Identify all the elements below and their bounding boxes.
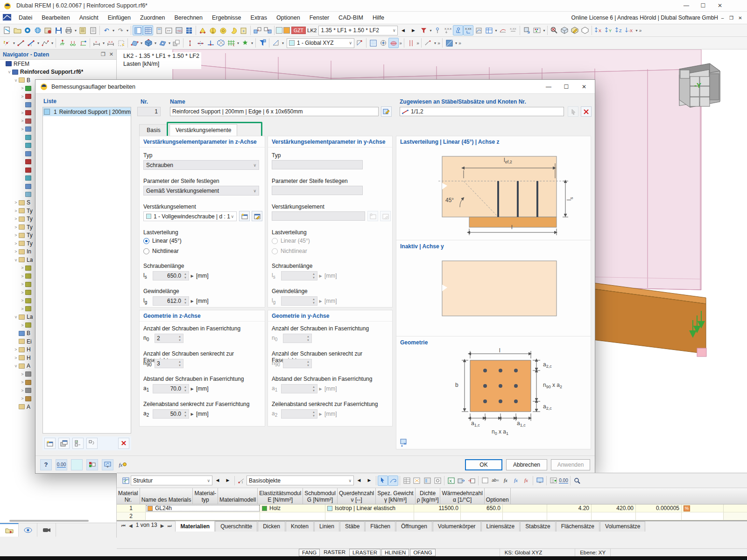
nodes-line-icon[interactable] <box>185 38 195 48</box>
undo-icon[interactable]: ↶ <box>101 25 112 35</box>
minimize-icon[interactable]: — <box>678 0 695 11</box>
toggle-selection-button[interactable] <box>86 438 98 449</box>
maximize-icon[interactable]: ☐ <box>695 0 712 11</box>
print-icon[interactable] <box>63 25 74 35</box>
console-icon[interactable]: >> <box>163 25 174 35</box>
new-support-icon[interactable] <box>57 38 68 48</box>
load-cases-icon[interactable] <box>208 25 218 35</box>
model-settings-icon[interactable] <box>43 25 53 35</box>
z-radio-nonlinear[interactable]: Nichtlinear <box>143 248 179 254</box>
ab-substitute-icon[interactable]: ab= <box>490 476 500 486</box>
new-eccentricity-icon[interactable] <box>78 38 88 48</box>
result-diagram-icon[interactable] <box>473 25 484 35</box>
navigator-toggle-icon[interactable] <box>133 25 143 35</box>
a1-input[interactable]: 70.0▲▼ <box>153 384 189 393</box>
tree-chevron-icon[interactable]: > <box>20 282 25 287</box>
next-table-icon[interactable]: ▶ <box>161 523 164 528</box>
tree-chevron-icon[interactable]: > <box>13 200 19 205</box>
menu-item[interactable]: Einfügen <box>103 13 135 23</box>
new-hinge-icon[interactable] <box>68 38 78 48</box>
navigator-tab-data[interactable] <box>0 523 19 537</box>
a1-param-arrow-icon[interactable]: ▶ <box>189 384 195 393</box>
tree-chevron-icon[interactable]: > <box>20 266 25 270</box>
tree-chevron-icon[interactable]: > <box>20 119 25 123</box>
ls-param-arrow-icon[interactable]: ▶ <box>189 271 195 280</box>
menu-item[interactable]: Extras <box>246 13 272 23</box>
tree-chevron-icon[interactable]: > <box>20 127 25 132</box>
table-group-prev-icon[interactable]: ◀ <box>212 476 223 486</box>
show-results-icon[interactable] <box>453 25 463 35</box>
navigator-close-icon[interactable]: ✕ <box>109 51 113 57</box>
z-new-element-button[interactable] <box>239 211 250 221</box>
apply-button[interactable]: Anwenden <box>551 459 590 470</box>
member-dropdown-icon[interactable]: ▾ <box>36 41 40 45</box>
view-z-icon[interactable]: Z <box>614 25 624 35</box>
tree-chevron-icon[interactable]: > <box>20 290 25 295</box>
sync-view-icon[interactable] <box>388 476 398 486</box>
filter-dropdown-icon[interactable]: ▾ <box>429 28 432 33</box>
transfer-loads2-icon[interactable] <box>262 25 273 35</box>
new-model-icon[interactable] <box>2 25 12 35</box>
table-category-next-icon[interactable]: ▶ <box>364 476 374 486</box>
n0-input[interactable]: 2▲▼ <box>155 334 183 343</box>
new-member-icon[interactable]: I <box>26 38 36 48</box>
assigned-input[interactable]: 1/1,2 <box>400 107 564 116</box>
load-combinations-icon[interactable] <box>218 25 228 35</box>
table-tab[interactable]: Flächen <box>365 521 395 532</box>
table-tab[interactable]: Knoten <box>286 521 314 532</box>
panel-toggle-icon[interactable] <box>153 25 163 35</box>
new-line-icon[interactable] <box>16 38 26 48</box>
grid-settings-icon[interactable] <box>368 38 378 48</box>
menu-item[interactable]: Hilfe <box>368 13 389 23</box>
tree-chevron-icon[interactable]: > <box>20 307 25 311</box>
zoom-cancel-icon[interactable] <box>549 25 559 35</box>
toolbar2-overflow1-icon[interactable]: » <box>399 41 402 46</box>
work-plane-icon[interactable] <box>271 38 281 48</box>
color-scheme-button[interactable] <box>71 459 83 470</box>
table-color-icon[interactable] <box>422 476 432 486</box>
tree-chevron-icon[interactable]: v <box>13 315 19 319</box>
dimension-x-icon[interactable]: X <box>92 38 102 48</box>
grid-dropdown-icon[interactable]: ▾ <box>236 41 240 45</box>
new-opening-icon[interactable] <box>157 38 168 48</box>
cs-manager-icon[interactable] <box>354 38 365 48</box>
tree-item[interactable]: RFEM <box>0 60 116 68</box>
tree-chevron-icon[interactable]: v <box>7 70 12 74</box>
support-list-item[interactable]: 1 Reinforced Support | 200mm | E <box>43 107 131 116</box>
node-dropdown-icon[interactable]: ▾ <box>12 41 16 45</box>
tree-chevron-icon[interactable]: v <box>13 364 19 368</box>
table-header-cell[interactable]: ElastizitätsmodulE [N/mm²] <box>258 488 303 504</box>
mdi-restore-icon[interactable]: ❐ <box>727 14 735 22</box>
first-table-icon[interactable]: ⏮ <box>121 523 126 529</box>
dimension-xx-icon[interactable]: X,X <box>106 38 116 48</box>
delete-item-button[interactable]: ✕ <box>118 438 129 449</box>
new-surface-icon[interactable] <box>129 38 140 48</box>
menu-item[interactable]: Bearbeiten <box>37 13 74 23</box>
intersection-icon[interactable] <box>216 38 226 48</box>
table-header-cell[interactable]: Querdehnzahlν [--] <box>338 488 376 504</box>
toolbar2-overflow2-icon[interactable]: » <box>416 41 420 46</box>
transfer-loads-icon[interactable] <box>252 25 262 35</box>
new-solid-icon[interactable] <box>143 38 154 48</box>
prev-loadcase-icon[interactable]: ◀ <box>398 25 408 35</box>
table-tab[interactable]: Stabsätze <box>520 521 555 532</box>
tree-chevron-icon[interactable]: > <box>20 323 25 328</box>
navigator-tab-views[interactable] <box>19 523 37 537</box>
measure-icon[interactable] <box>423 38 433 48</box>
line-grid-icon[interactable]: L <box>226 38 236 48</box>
tree-chevron-icon[interactable]: > <box>20 94 25 99</box>
tree-chevron-icon[interactable]: > <box>13 225 19 230</box>
tree-chevron-icon[interactable]: > <box>13 356 19 360</box>
measure-dropdown-icon[interactable]: ▾ <box>433 41 437 45</box>
table-row[interactable]: 1 GL24h Holz Isotrop | Linear elastisch … <box>117 504 747 512</box>
show-loads-icon[interactable] <box>432 25 443 35</box>
name-input[interactable]: Reinforced Support | 200mm | Edge | 6 x … <box>170 107 379 116</box>
tree-chevron-icon[interactable]: > <box>13 347 19 352</box>
result-table-dropdown-icon[interactable]: ▾ <box>494 28 498 33</box>
pick-objects-button[interactable] <box>568 106 578 117</box>
menu-item[interactable]: Fenster <box>305 13 334 23</box>
table-header-cell[interactable]: Optionen <box>485 488 511 504</box>
z-radio-linear[interactable]: Linear (45°) <box>143 238 182 244</box>
mdi-minimize-icon[interactable]: – <box>719 14 726 22</box>
radio-unselected-icon[interactable] <box>143 248 149 254</box>
